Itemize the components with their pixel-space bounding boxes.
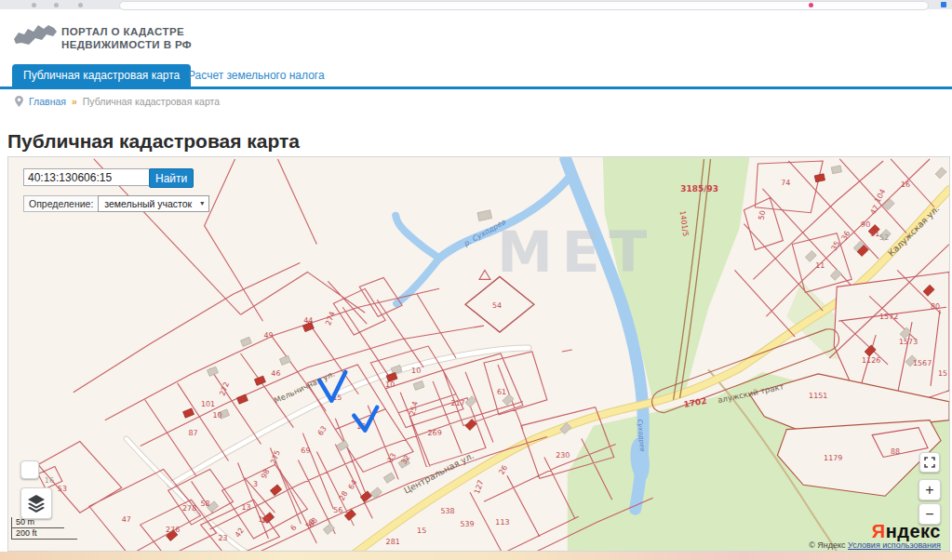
map-label: 69 bbox=[301, 447, 310, 456]
bottom-gradient-strip bbox=[0, 552, 952, 560]
scale-imperial: 200 ft bbox=[11, 528, 77, 540]
map-label: 15 bbox=[417, 527, 426, 535]
browser-icon bbox=[78, 3, 83, 7]
extension-icon[interactable] bbox=[941, 2, 946, 7]
tab-underline bbox=[0, 87, 952, 89]
map-attribution: © Яндекс Условия использования bbox=[809, 540, 941, 550]
browser-bar bbox=[0, 0, 952, 9]
map-label: 49 bbox=[263, 331, 273, 340]
map-label: 538 bbox=[440, 507, 454, 515]
map-label: 278 bbox=[182, 504, 196, 513]
object-type-value: земельный участок bbox=[104, 198, 192, 209]
tab-public-cadastral-map[interactable]: Публичная кадастровая карта bbox=[12, 64, 191, 87]
map-label: 58 bbox=[201, 500, 210, 508]
map-label: 52 bbox=[879, 233, 889, 242]
map-label: 1567 bbox=[913, 359, 932, 367]
map-label: 113 bbox=[495, 518, 509, 527]
map-label: 80 bbox=[931, 302, 940, 311]
map-label: 88 bbox=[891, 447, 900, 456]
map-label: 54 bbox=[492, 301, 502, 310]
map-label: 539 bbox=[460, 520, 474, 528]
map-label: 50 bbox=[758, 210, 768, 221]
breadcrumb-home-link[interactable]: Главная bbox=[29, 96, 66, 107]
fullscreen-button[interactable] bbox=[919, 452, 940, 473]
terms-of-use-link[interactable]: Условия использования bbox=[848, 540, 941, 550]
cadastral-number-input[interactable] bbox=[23, 168, 150, 186]
map-label: 10 bbox=[385, 380, 395, 389]
map-label: 1126 bbox=[862, 356, 880, 365]
browser-icon bbox=[54, 3, 59, 7]
scale-control: 50 m 200 ft bbox=[11, 517, 77, 540]
map-label: 1151 bbox=[809, 392, 827, 400]
map-label: 15 bbox=[938, 369, 947, 378]
map-label: 10 bbox=[212, 411, 221, 420]
map-pin-icon bbox=[15, 96, 23, 107]
map-label: 13 bbox=[241, 503, 250, 512]
browser-icon bbox=[32, 3, 36, 7]
fullscreen-icon bbox=[924, 457, 935, 468]
copyright-text: © Яндекс bbox=[809, 540, 845, 550]
map-tool-button[interactable] bbox=[20, 460, 39, 479]
map-label: 3 bbox=[253, 480, 258, 488]
map-label: 46 bbox=[271, 369, 280, 378]
map-label: 217 bbox=[450, 399, 464, 407]
russia-map-logo-icon bbox=[13, 20, 58, 50]
layers-icon bbox=[27, 494, 46, 513]
yandex-logo-ya: Я bbox=[872, 521, 886, 541]
map-label: 1573 bbox=[899, 338, 918, 346]
object-type-select[interactable]: земельный участок ▾ bbox=[98, 195, 209, 212]
map-label: 18 bbox=[261, 516, 270, 525]
map-label: 230 bbox=[556, 451, 570, 460]
breadcrumb-separator: » bbox=[72, 96, 77, 107]
map-canvas[interactable]: МЕТ 494427427210110874615121010254217612… bbox=[7, 156, 950, 552]
page-title: Публичная кадастровая карта bbox=[7, 130, 300, 153]
map-label: 281 bbox=[386, 538, 400, 546]
map-label: 11 bbox=[815, 261, 825, 270]
map-label: 91 bbox=[870, 230, 879, 238]
breadcrumb-current: Публичная кадастровая карта bbox=[83, 96, 220, 107]
map-label: 16 bbox=[45, 476, 54, 485]
tab-land-tax-calc[interactable]: Расчет земельного налога bbox=[188, 69, 325, 82]
map-label: 53 bbox=[58, 485, 67, 493]
map-label: 44 bbox=[303, 316, 313, 325]
zoom-in-button[interactable]: + bbox=[918, 479, 941, 500]
map-label: 1572 bbox=[879, 313, 898, 321]
filter-row: Определение: земельный участок ▾ bbox=[23, 195, 209, 212]
map-base-layer: МЕТ 494427427210110874615121010254217612… bbox=[8, 157, 949, 551]
scale-metric: 50 m bbox=[11, 517, 64, 528]
logo-line-2: НЕДВИЖИМОСТИ В РФ bbox=[61, 38, 192, 51]
map-label: 47 bbox=[122, 515, 131, 524]
find-button[interactable]: Найти bbox=[149, 168, 194, 188]
map-label: 3185/93 bbox=[680, 184, 718, 193]
map-label: 90 bbox=[861, 220, 870, 229]
chevron-down-icon: ▾ bbox=[200, 199, 204, 207]
map-label: 74 bbox=[781, 179, 790, 187]
map-label: 269 bbox=[427, 429, 441, 437]
map-label: 16 bbox=[901, 180, 910, 189]
map-label: 101 bbox=[201, 400, 215, 408]
yandex-logo[interactable]: Яндекс bbox=[872, 521, 941, 542]
cadastre-portal-page: ПОРТАЛ О КАДАСТРЕ НЕДВИЖИМОСТИ В РФ Публ… bbox=[0, 0, 952, 560]
map-label: 23 bbox=[218, 534, 227, 542]
layers-button[interactable] bbox=[20, 487, 52, 519]
map-label: 276 bbox=[166, 526, 180, 534]
map-label: 87 bbox=[189, 429, 198, 437]
map-label: 61 bbox=[497, 388, 506, 396]
map-label: 1179 bbox=[824, 454, 842, 462]
map-label: 56 bbox=[333, 506, 342, 514]
site-logo-text: ПОРТАЛ О КАДАСТРЕ НЕДВИЖИМОСТИ В РФ bbox=[61, 25, 192, 51]
yandex-logo-rest: ндекс bbox=[886, 521, 941, 541]
map-label: 10 bbox=[411, 367, 421, 375]
site-watermark: МЕТ bbox=[497, 220, 656, 285]
filter-label: Определение: bbox=[23, 195, 98, 212]
profile-avatar-icon[interactable] bbox=[809, 3, 813, 7]
address-bar[interactable] bbox=[119, 1, 929, 10]
logo-line-1: ПОРТАЛ О КАДАСТРЕ bbox=[61, 25, 192, 38]
breadcrumb: Главная » Публичная кадастровая карта bbox=[15, 96, 220, 107]
